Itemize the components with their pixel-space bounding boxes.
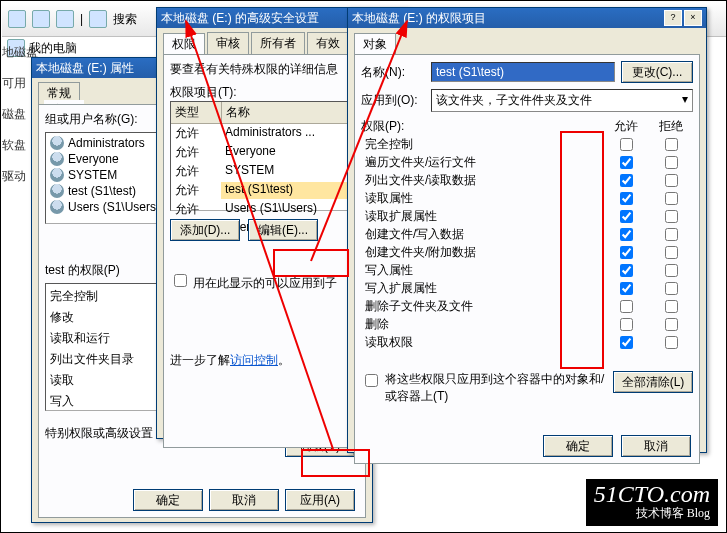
- deny-checkbox[interactable]: [665, 246, 678, 259]
- allow-checkbox[interactable]: [620, 156, 633, 169]
- deny-checkbox[interactable]: [665, 300, 678, 313]
- entry-titlebar: 本地磁盘 (E:) 的权限项目 ? ×: [348, 8, 706, 28]
- adv-edit-button[interactable]: 编辑(E)...: [248, 219, 318, 241]
- user-icon: [50, 136, 64, 150]
- deny-checkbox[interactable]: [665, 174, 678, 187]
- perm-label: 权限(P):: [361, 118, 603, 135]
- allow-checkbox[interactable]: [620, 264, 633, 277]
- clear-all-button[interactable]: 全部清除(L): [613, 371, 693, 393]
- watermark: 51CTO.com 技术博客 Blog: [586, 479, 718, 526]
- perm-grid-row: 完全控制: [361, 135, 693, 153]
- perm-grid-row: 创建文件/写入数据: [361, 225, 693, 243]
- perm-grid-row: 遍历文件夹/运行文件: [361, 153, 693, 171]
- allow-checkbox[interactable]: [620, 300, 633, 313]
- allow-checkbox[interactable]: [620, 318, 633, 331]
- side-drive-labels: 地磁盘可用磁盘软盘驱动: [2, 36, 30, 304]
- col-allow: 允许: [603, 118, 648, 135]
- entry-cancel-button[interactable]: 取消: [621, 435, 691, 457]
- adv-add-button[interactable]: 添加(D)...: [170, 219, 240, 241]
- deny-checkbox[interactable]: [665, 228, 678, 241]
- inherit-checkbox[interactable]: 用在此显示的可以应用到子: [170, 276, 337, 290]
- entry-ok-button[interactable]: 确定: [543, 435, 613, 457]
- entry-title: 本地磁盘 (E:) 的权限项目: [352, 8, 662, 28]
- perm-grid-row: 删除子文件夹及文件: [361, 297, 693, 315]
- tab-effective[interactable]: 有效: [307, 32, 349, 54]
- allow-checkbox[interactable]: [620, 192, 633, 205]
- perm-grid-row: 删除: [361, 315, 693, 333]
- deny-checkbox[interactable]: [665, 210, 678, 223]
- tab-object[interactable]: 对象: [354, 33, 396, 55]
- deny-checkbox[interactable]: [665, 336, 678, 349]
- perm-grid-row: 写入扩展属性: [361, 279, 693, 297]
- help-icon[interactable]: ?: [664, 10, 682, 26]
- allow-checkbox[interactable]: [620, 228, 633, 241]
- perm-grid-row: 读取权限: [361, 333, 693, 351]
- allow-checkbox[interactable]: [620, 174, 633, 187]
- deny-checkbox[interactable]: [665, 318, 678, 331]
- back-icon[interactable]: [8, 10, 26, 28]
- user-icon: [50, 200, 64, 214]
- perm-grid-row: 写入属性: [361, 261, 693, 279]
- col-deny: 拒绝: [648, 118, 693, 135]
- allow-checkbox[interactable]: [620, 282, 633, 295]
- perm-grid-row: 读取扩展属性: [361, 207, 693, 225]
- deny-checkbox[interactable]: [665, 138, 678, 151]
- forward-icon[interactable]: [32, 10, 50, 28]
- tab-perm[interactable]: 权限: [163, 33, 205, 55]
- allow-checkbox[interactable]: [620, 138, 633, 151]
- propagate-checkbox[interactable]: 将这些权限只应用到这个容器中的对象和/或容器上(T): [361, 371, 607, 405]
- perm-grid-row: 读取属性: [361, 189, 693, 207]
- change-button[interactable]: 更改(C)...: [621, 61, 693, 83]
- ok-button[interactable]: 确定: [133, 489, 203, 511]
- applyto-label: 应用到(O):: [361, 92, 425, 109]
- tab-owner[interactable]: 所有者: [251, 32, 305, 54]
- applyto-select[interactable]: 该文件夹，子文件件夹及文件 ▾: [431, 89, 693, 112]
- apply-button[interactable]: 应用(A): [285, 489, 355, 511]
- allow-checkbox[interactable]: [620, 246, 633, 259]
- allow-checkbox[interactable]: [620, 336, 633, 349]
- col-type[interactable]: 类型: [171, 102, 222, 123]
- perm-grid-row: 创建文件夹/附加数据: [361, 243, 693, 261]
- user-icon: [50, 152, 64, 166]
- deny-checkbox[interactable]: [665, 156, 678, 169]
- name-label: 名称(N):: [361, 64, 425, 81]
- search-icon[interactable]: [89, 10, 107, 28]
- access-control-link[interactable]: 访问控制: [230, 353, 278, 367]
- permission-grid: 完全控制遍历文件夹/运行文件列出文件夹/读取数据读取属性读取扩展属性创建文件/写…: [361, 135, 693, 365]
- deny-checkbox[interactable]: [665, 282, 678, 295]
- user-icon: [50, 184, 64, 198]
- deny-checkbox[interactable]: [665, 264, 678, 277]
- perm-grid-row: 列出文件夹/读取数据: [361, 171, 693, 189]
- allow-checkbox[interactable]: [620, 210, 633, 223]
- user-icon: [50, 168, 64, 182]
- cancel-button[interactable]: 取消: [209, 489, 279, 511]
- deny-checkbox[interactable]: [665, 192, 678, 205]
- up-icon[interactable]: [56, 10, 74, 28]
- permission-entry-dialog: 本地磁盘 (E:) 的权限项目 ? × 对象 名称(N): test (S1\t…: [347, 7, 707, 453]
- tab-audit[interactable]: 审核: [207, 32, 249, 54]
- name-value[interactable]: test (S1\test): [431, 62, 615, 82]
- search-label[interactable]: 搜索: [113, 11, 137, 28]
- close-icon[interactable]: ×: [684, 10, 702, 26]
